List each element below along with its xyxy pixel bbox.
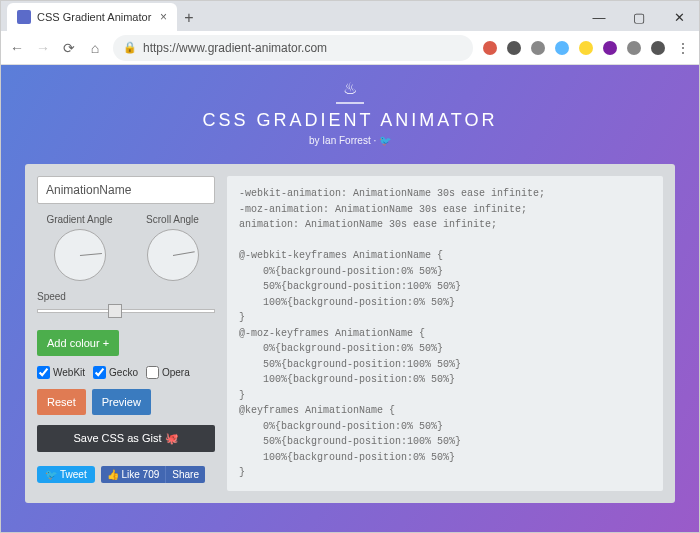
titlebar: CSS Gradient Animator × + — ▢ ✕ (1, 1, 699, 31)
facebook-buttons: 👍 Like 709 Share (101, 466, 205, 483)
opera-checkbox[interactable]: Opera (146, 366, 190, 379)
gist-label: Save CSS as Gist (73, 432, 164, 444)
flame-icon: ♨ (1, 79, 699, 98)
gecko-label: Gecko (109, 367, 138, 378)
gradient-angle-col: Gradient Angle (37, 214, 122, 281)
tweet-button[interactable]: 🐦Tweet (37, 466, 95, 483)
add-colour-button[interactable]: Add colour + (37, 330, 119, 356)
close-icon[interactable]: × (160, 10, 167, 24)
extension-icon[interactable] (483, 41, 497, 55)
menu-button[interactable]: ⋮ (675, 40, 691, 56)
extension-icon[interactable] (531, 41, 545, 55)
slider-thumb[interactable] (108, 304, 122, 318)
social-row: 🐦Tweet 👍 Like 709 Share (37, 466, 215, 483)
fb-like-label: Like 709 (121, 469, 159, 480)
url-input[interactable]: 🔒 https://www.gradient-animator.com (113, 35, 473, 61)
prefix-checkboxes: WebKit Gecko Opera (37, 366, 215, 379)
hero-rule (336, 102, 364, 104)
opera-label: Opera (162, 367, 190, 378)
angle-row: Gradient Angle Scroll Angle (37, 214, 215, 281)
forward-button[interactable]: → (35, 40, 51, 56)
close-window-button[interactable]: ✕ (659, 3, 699, 31)
favicon-icon (17, 10, 31, 24)
extension-icon[interactable] (555, 41, 569, 55)
animation-name-input[interactable] (37, 176, 215, 204)
url-text: https://www.gradient-animator.com (143, 41, 327, 55)
gradient-angle-dial[interactable] (54, 229, 106, 281)
extension-icons (483, 41, 665, 55)
scroll-angle-label: Scroll Angle (130, 214, 215, 225)
minimize-button[interactable]: — (579, 3, 619, 31)
preview-button[interactable]: Preview (92, 389, 151, 415)
extension-icon[interactable] (579, 41, 593, 55)
page-content: ♨ CSS GRADIENT ANIMATOR by Ian Forrest ·… (1, 65, 699, 532)
webkit-checkbox-input[interactable] (37, 366, 50, 379)
scroll-angle-dial[interactable] (147, 229, 199, 281)
extension-icon[interactable] (603, 41, 617, 55)
gecko-checkbox-input[interactable] (93, 366, 106, 379)
byline-sep: · (371, 135, 379, 146)
save-gist-button[interactable]: Save CSS as Gist 🐙 (37, 425, 215, 452)
tweet-label: Tweet (60, 469, 87, 480)
reload-button[interactable]: ⟳ (61, 40, 77, 56)
gecko-checkbox[interactable]: Gecko (93, 366, 138, 379)
action-buttons: Reset Preview (37, 389, 215, 415)
window-controls: — ▢ ✕ (579, 3, 699, 31)
main-panel: Gradient Angle Scroll Angle Speed Ad (25, 164, 675, 503)
browser-window: CSS Gradient Animator × + — ▢ ✕ ← → ⟳ ⌂ … (0, 0, 700, 533)
github-icon: 🐙 (165, 432, 179, 444)
controls-column: Gradient Angle Scroll Angle Speed Ad (37, 176, 215, 491)
opera-checkbox-input[interactable] (146, 366, 159, 379)
fb-like-button[interactable]: 👍 Like 709 (101, 466, 166, 483)
back-button[interactable]: ← (9, 40, 25, 56)
gradient-angle-label: Gradient Angle (37, 214, 122, 225)
fb-share-button[interactable]: Share (165, 466, 205, 483)
browser-tab[interactable]: CSS Gradient Animator × (7, 3, 177, 31)
extension-icon[interactable] (627, 41, 641, 55)
author-link[interactable]: Ian Forrest (322, 135, 370, 146)
home-button[interactable]: ⌂ (87, 40, 103, 56)
new-tab-button[interactable]: + (177, 9, 201, 31)
speed-group: Speed (37, 291, 215, 320)
reset-button[interactable]: Reset (37, 389, 86, 415)
twitter-icon[interactable]: 🐦 (379, 135, 391, 146)
page-title: CSS GRADIENT ANIMATOR (1, 110, 699, 131)
byline: by Ian Forrest · 🐦 (1, 135, 699, 146)
slider-track (37, 309, 215, 313)
maximize-button[interactable]: ▢ (619, 3, 659, 31)
speed-slider[interactable] (37, 302, 215, 320)
scroll-angle-col: Scroll Angle (130, 214, 215, 281)
extension-icon[interactable] (507, 41, 521, 55)
speed-label: Speed (37, 291, 215, 302)
byline-pre: by (309, 135, 322, 146)
webkit-label: WebKit (53, 367, 85, 378)
webkit-checkbox[interactable]: WebKit (37, 366, 85, 379)
css-output[interactable]: -webkit-animation: AnimationName 30s eas… (227, 176, 663, 491)
tweet-bird-icon: 🐦 (45, 469, 57, 480)
address-bar: ← → ⟳ ⌂ 🔒 https://www.gradient-animator.… (1, 31, 699, 65)
lock-icon: 🔒 (123, 41, 137, 54)
hero: ♨ CSS GRADIENT ANIMATOR by Ian Forrest ·… (1, 65, 699, 156)
tab-title: CSS Gradient Animator (37, 11, 154, 23)
extension-icon[interactable] (651, 41, 665, 55)
